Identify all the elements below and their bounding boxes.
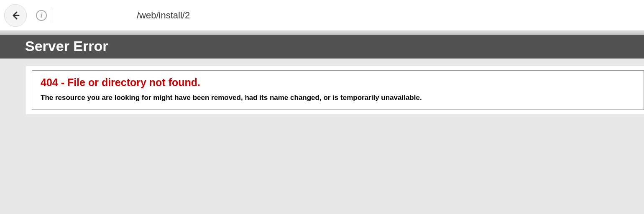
chrome-strip bbox=[0, 31, 644, 35]
url-divider bbox=[53, 8, 53, 23]
page-header-bar: Server Error bbox=[0, 35, 644, 59]
page-body: Server Error 404 - File or directory not… bbox=[0, 35, 644, 114]
info-icon[interactable]: i bbox=[36, 10, 47, 21]
error-title: 404 - File or directory not found. bbox=[41, 76, 635, 89]
error-message: The resource you are looking for might h… bbox=[41, 94, 635, 102]
content-wrapper: 404 - File or directory not found. The r… bbox=[26, 66, 644, 114]
info-glyph: i bbox=[41, 11, 43, 20]
back-button[interactable] bbox=[4, 4, 27, 27]
browser-toolbar: i bbox=[0, 0, 644, 31]
url-input[interactable] bbox=[137, 10, 640, 21]
error-box: 404 - File or directory not found. The r… bbox=[32, 70, 644, 110]
page-title: Server Error bbox=[25, 38, 619, 54]
arrow-left-icon bbox=[10, 10, 20, 20]
